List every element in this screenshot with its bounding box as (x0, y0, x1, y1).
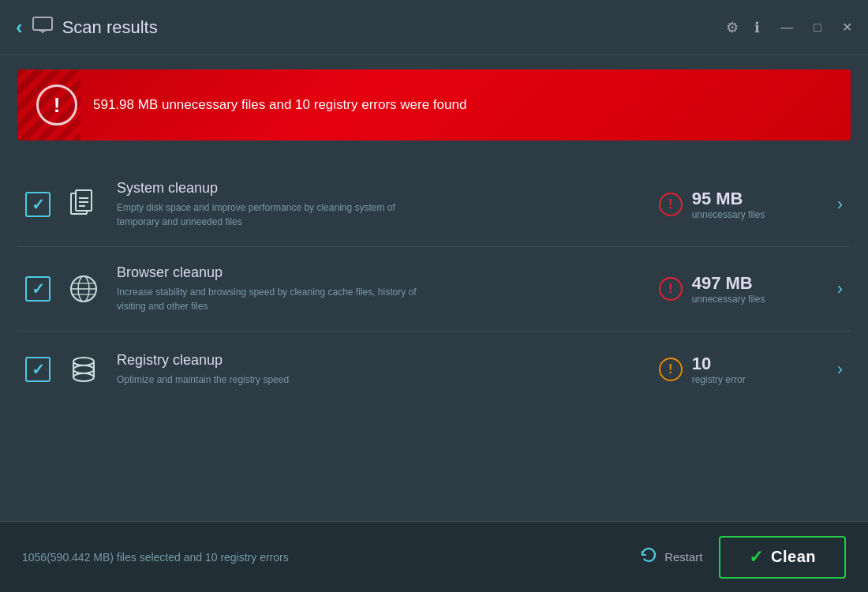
titlebar: ‹ Scan results ⚙ ℹ — □ ✕ (0, 0, 868, 55)
system-cleanup-item: ✓ System cleanup Empty disk space and im… (17, 163, 851, 247)
close-button[interactable]: ✕ (842, 20, 852, 35)
browser-cleanup-icon (63, 268, 104, 309)
browser-status-icon: ! (659, 277, 683, 301)
registry-cleanup-title: Registry cleanup (117, 352, 646, 369)
svg-rect-0 (33, 17, 52, 30)
check-icon: ✓ (32, 279, 45, 298)
registry-cleanup-checkbox[interactable]: ✓ (25, 357, 51, 382)
main-content: ✓ System cleanup Empty disk space and im… (0, 155, 868, 407)
svg-point-15 (73, 373, 94, 381)
registry-status-number: 10 (692, 354, 746, 374)
browser-cleanup-desc: Increase stability and browsing speed by… (117, 285, 432, 313)
clean-label: Clean (771, 548, 816, 566)
minimize-button[interactable]: — (780, 21, 793, 35)
titlebar-left: ‹ Scan results (16, 15, 726, 39)
system-status-number: 95 MB (692, 189, 765, 209)
system-cleanup-icon (63, 184, 104, 225)
footer: 1056(590.442 MB) files selected and 10 r… (0, 521, 868, 592)
registry-cleanup-desc: Optimize and maintain the registry speed (117, 373, 432, 387)
browser-cleanup-title: Browser cleanup (117, 264, 646, 281)
alert-icon: ! (36, 84, 77, 126)
browser-cleanup-checkbox[interactable]: ✓ (25, 276, 51, 302)
browser-status-number: 497 MB (692, 273, 765, 294)
registry-status-label: registry error (692, 374, 746, 385)
registry-cleanup-info: Registry cleanup Optimize and maintain t… (117, 352, 646, 387)
system-status-icon: ! (659, 193, 683, 216)
restart-icon (639, 545, 658, 569)
gear-icon[interactable]: ⚙ (726, 19, 739, 36)
system-cleanup-info: System cleanup Empty disk space and impr… (117, 180, 646, 229)
restart-button[interactable]: Restart (639, 545, 702, 569)
titlebar-right: ⚙ ℹ — □ ✕ (726, 19, 852, 36)
system-status-value: 95 MB unnecessary files (692, 189, 765, 220)
footer-summary: 1056(590.442 MB) files selected and 10 r… (22, 551, 639, 564)
registry-status-value: 10 registry error (692, 354, 746, 385)
svg-point-14 (73, 365, 94, 373)
browser-status-label: unnecessary files (692, 294, 765, 305)
registry-cleanup-item: ✓ Registry cleanup Optimize and maintain… (17, 332, 851, 407)
registry-cleanup-status: ! 10 registry error (659, 354, 817, 385)
restart-label: Restart (664, 550, 702, 564)
clean-button[interactable]: ✓ Clean (719, 536, 846, 579)
alert-text: 591.98 MB unnecessary files and 10 regis… (93, 97, 466, 113)
footer-actions: Restart ✓ Clean (639, 536, 846, 579)
maximize-button[interactable]: □ (814, 21, 821, 35)
monitor-icon (32, 17, 53, 38)
page-title: Scan results (62, 17, 158, 38)
system-cleanup-checkbox[interactable]: ✓ (25, 192, 51, 217)
system-status-label: unnecessary files (692, 209, 765, 220)
browser-cleanup-status: ! 497 MB unnecessary files (659, 273, 817, 305)
clean-check-icon: ✓ (749, 547, 764, 568)
back-button[interactable]: ‹ (16, 15, 23, 39)
browser-cleanup-item: ✓ Browser cleanup Increase stability and… (17, 247, 851, 332)
svg-rect-4 (76, 190, 92, 211)
system-cleanup-chevron[interactable]: › (837, 194, 843, 215)
check-icon: ✓ (32, 195, 45, 214)
check-icon: ✓ (32, 360, 45, 379)
alert-banner: ! 591.98 MB unnecessary files and 10 reg… (17, 69, 851, 141)
browser-cleanup-info: Browser cleanup Increase stability and b… (117, 264, 646, 313)
browser-cleanup-chevron[interactable]: › (837, 279, 843, 299)
system-cleanup-desc: Empty disk space and improve performance… (117, 200, 432, 229)
system-cleanup-title: System cleanup (117, 180, 646, 197)
registry-cleanup-chevron[interactable]: › (837, 359, 843, 380)
browser-status-value: 497 MB unnecessary files (692, 273, 765, 305)
svg-point-13 (73, 358, 94, 365)
system-cleanup-status: ! 95 MB unnecessary files (659, 189, 817, 220)
registry-cleanup-icon (63, 349, 104, 390)
registry-status-icon: ! (659, 358, 683, 381)
info-icon[interactable]: ℹ (754, 19, 760, 36)
